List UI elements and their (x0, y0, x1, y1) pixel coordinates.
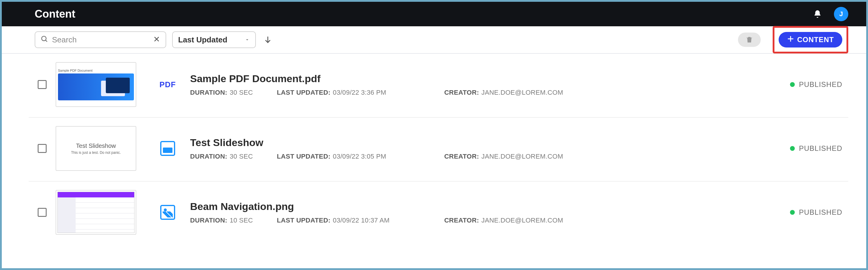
sort-select[interactable]: Last Updated (172, 31, 256, 48)
row-checkbox[interactable] (38, 144, 46, 153)
content-list: Sample PDF Document PDF Sample PDF Docum… (2, 54, 866, 268)
chevron-down-icon (245, 35, 250, 44)
notifications-icon[interactable] (813, 9, 822, 19)
add-content-label: CONTENT (797, 36, 834, 44)
content-row[interactable]: Beam Navigation.png DURATION: 10 SEC LAS… (29, 181, 848, 245)
status-dot-icon (790, 210, 795, 215)
duration-value: 30 SEC (230, 153, 253, 160)
row-checkbox[interactable] (38, 208, 46, 217)
creator-label: CREATOR: (444, 89, 479, 97)
search-icon (41, 35, 49, 44)
status-badge: PUBLISHED (744, 80, 848, 89)
row-main: Test Slideshow DURATION: 30 SEC LAST UPD… (184, 137, 744, 160)
avatar[interactable]: J (834, 7, 848, 21)
clear-icon[interactable] (153, 36, 160, 44)
content-row[interactable]: Test Slideshow This is just a test. Do n… (29, 118, 848, 181)
creator-value: JANE.DOE@LOREM.COM (482, 216, 563, 224)
status-badge: PUBLISHED (744, 144, 848, 153)
app-frame: Content J Last Updated (0, 0, 868, 270)
creator-label: CREATOR: (444, 153, 479, 160)
last-updated-label: LAST UPDATED: (277, 89, 330, 97)
last-updated-label: LAST UPDATED: (277, 153, 330, 160)
row-main: Sample PDF Document.pdf DURATION: 30 SEC… (184, 73, 744, 97)
duration-label: DURATION: (190, 153, 227, 160)
image-icon (160, 205, 175, 220)
content-title: Beam Navigation.png (190, 201, 744, 212)
duration-label: DURATION: (190, 89, 227, 97)
page-title: Content (35, 8, 813, 20)
creator-label: CREATOR: (444, 216, 479, 224)
sort-direction-icon[interactable] (262, 34, 274, 46)
thumbnail (56, 190, 136, 235)
plus-icon (787, 35, 794, 44)
status-text: PUBLISHED (799, 144, 842, 153)
status-dot-icon (790, 82, 795, 87)
sort-label: Last Updated (178, 35, 227, 44)
status-text: PUBLISHED (799, 80, 842, 89)
pdf-icon: PDF (160, 80, 176, 89)
content-row[interactable]: Sample PDF Document PDF Sample PDF Docum… (29, 54, 848, 118)
search-input[interactable] (35, 31, 166, 48)
creator-value: JANE.DOE@LOREM.COM (482, 89, 563, 97)
topbar: Content J (2, 2, 866, 26)
thumbnail: Test Slideshow This is just a test. Do n… (56, 126, 136, 171)
row-checkbox-cell (29, 80, 56, 89)
type-icon-cell: PDF (151, 80, 184, 89)
duration-value: 10 SEC (230, 216, 253, 224)
type-icon-cell (151, 205, 184, 220)
row-checkbox[interactable] (38, 80, 46, 89)
last-updated-value: 03/09/22 3:36 PM (333, 89, 386, 97)
add-content-button[interactable]: CONTENT (779, 32, 842, 47)
delete-button (738, 33, 761, 47)
row-main: Beam Navigation.png DURATION: 10 SEC LAS… (184, 201, 744, 224)
add-content-highlight: CONTENT (773, 26, 848, 54)
status-badge: PUBLISHED (744, 208, 848, 216)
search-field[interactable] (52, 35, 150, 44)
last-updated-value: 03/09/22 3:05 PM (333, 153, 386, 160)
slideshow-icon (160, 141, 175, 156)
row-checkbox-cell (29, 208, 56, 217)
svg-line-1 (45, 40, 47, 41)
duration-value: 30 SEC (230, 89, 253, 97)
status-dot-icon (790, 146, 795, 151)
toolbar: Last Updated CONTENT (2, 26, 866, 54)
duration-label: DURATION: (190, 216, 227, 224)
svg-point-0 (41, 36, 46, 41)
content-title: Sample PDF Document.pdf (190, 73, 744, 85)
row-checkbox-cell (29, 144, 56, 153)
thumbnail: Sample PDF Document (56, 62, 136, 107)
status-text: PUBLISHED (799, 208, 842, 216)
type-icon-cell (151, 141, 184, 156)
last-updated-value: 03/09/22 10:37 AM (333, 216, 390, 224)
creator-value: JANE.DOE@LOREM.COM (482, 153, 563, 160)
content-title: Test Slideshow (190, 137, 744, 148)
last-updated-label: LAST UPDATED: (277, 216, 330, 224)
